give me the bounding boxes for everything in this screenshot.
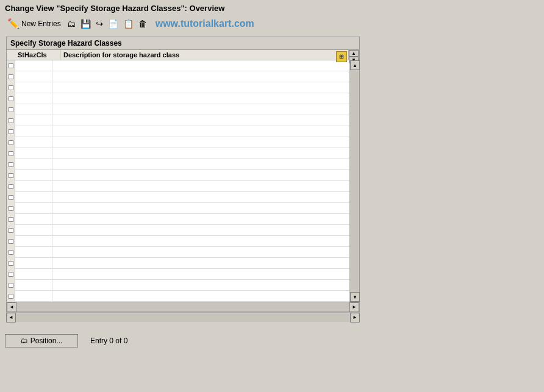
hscroll-track xyxy=(16,303,349,312)
position-button[interactable]: 🗂 Position... xyxy=(5,334,78,347)
cell-description[interactable] xyxy=(52,137,349,148)
table-row xyxy=(7,159,349,170)
cell-sthazc[interactable] xyxy=(15,236,52,247)
cell-description[interactable] xyxy=(52,269,349,280)
row-selector[interactable] xyxy=(7,214,15,225)
vscroll-down-btn[interactable]: ▼ xyxy=(350,292,360,302)
cell-description[interactable] xyxy=(52,192,349,203)
row-selector[interactable] xyxy=(7,137,15,148)
paste-icon: 📋 xyxy=(123,19,134,29)
cell-sthazc[interactable] xyxy=(15,225,52,236)
cell-description[interactable] xyxy=(52,203,349,214)
vscroll-up-btn[interactable]: ▲ xyxy=(350,60,360,70)
row-selector-inner xyxy=(9,261,13,266)
paste-toolbar-button[interactable]: 📋 xyxy=(122,18,135,29)
cell-description[interactable] xyxy=(52,93,349,104)
cell-description[interactable] xyxy=(52,181,349,192)
row-selector[interactable] xyxy=(7,104,15,115)
row-selector[interactable] xyxy=(7,291,15,302)
table-row xyxy=(7,247,349,258)
new-entries-button[interactable]: ✏️ New Entries xyxy=(5,17,63,30)
cell-sthazc[interactable] xyxy=(15,126,52,137)
row-selector[interactable] xyxy=(7,71,15,82)
cell-description[interactable] xyxy=(52,159,349,170)
outer-hscroll-right-btn[interactable]: ► xyxy=(350,313,360,323)
cell-description[interactable] xyxy=(52,291,349,302)
cell-sthazc[interactable] xyxy=(15,214,52,225)
cell-description[interactable] xyxy=(52,71,349,82)
main-content: Specify Storage Hazard Classes StHazCls … xyxy=(0,33,544,328)
table-row xyxy=(7,115,349,126)
cell-description[interactable] xyxy=(52,104,349,115)
cell-description[interactable] xyxy=(52,247,349,258)
outer-hscroll: ◄ ► xyxy=(6,312,360,322)
cell-sthazc[interactable] xyxy=(15,291,52,302)
row-selector[interactable] xyxy=(7,181,15,192)
inner-hscroll: ◄ ► xyxy=(7,302,359,312)
row-selector[interactable] xyxy=(7,170,15,181)
undo-toolbar-button[interactable]: ↩ xyxy=(95,18,104,29)
cell-sthazc[interactable] xyxy=(15,192,52,203)
row-selector[interactable] xyxy=(7,236,15,247)
copy-toolbar-button[interactable]: 📄 xyxy=(107,18,120,29)
cell-sthazc[interactable] xyxy=(15,137,52,148)
hscroll-right-btn[interactable]: ► xyxy=(349,302,359,312)
row-selector[interactable] xyxy=(7,203,15,214)
cell-description[interactable] xyxy=(52,126,349,137)
row-selector[interactable] xyxy=(7,148,15,159)
row-selector[interactable] xyxy=(7,280,15,291)
cell-sthazc[interactable] xyxy=(15,280,52,291)
cell-sthazc[interactable] xyxy=(15,82,52,93)
row-selector[interactable] xyxy=(7,93,15,104)
cell-sthazc[interactable] xyxy=(15,104,52,115)
cell-sthazc[interactable] xyxy=(15,60,52,71)
copy-icon: 📄 xyxy=(108,19,118,29)
cell-sthazc[interactable] xyxy=(15,115,52,126)
scroll-up-button[interactable]: ▲ xyxy=(349,50,359,57)
watermark-text: www.tutorialkart.com xyxy=(156,18,254,29)
cell-description[interactable] xyxy=(52,148,349,159)
row-selector[interactable] xyxy=(7,115,15,126)
save-toolbar-button[interactable]: 💾 xyxy=(79,18,92,29)
row-selector[interactable] xyxy=(7,192,15,203)
row-selector-inner xyxy=(9,195,13,200)
cell-description[interactable] xyxy=(52,280,349,291)
cell-sthazc[interactable] xyxy=(15,148,52,159)
cell-description[interactable] xyxy=(52,258,349,269)
table-row xyxy=(7,181,349,192)
data-area: ▲ ▼ xyxy=(7,60,359,302)
cell-sthazc[interactable] xyxy=(15,159,52,170)
row-selector[interactable] xyxy=(7,159,15,170)
row-selector[interactable] xyxy=(7,269,15,280)
cell-sthazc[interactable] xyxy=(15,181,52,192)
cell-description[interactable] xyxy=(52,170,349,181)
row-selector[interactable] xyxy=(7,60,15,71)
cell-sthazc[interactable] xyxy=(15,269,52,280)
cell-sthazc[interactable] xyxy=(15,203,52,214)
row-selector[interactable] xyxy=(7,258,15,269)
table-row xyxy=(7,82,349,93)
cell-description[interactable] xyxy=(52,60,349,71)
vertical-scrollbar[interactable]: ▲ ▼ xyxy=(349,60,359,302)
details-toolbar-button[interactable]: 🗂 xyxy=(66,18,77,29)
cell-description[interactable] xyxy=(52,82,349,93)
cell-description[interactable] xyxy=(52,214,349,225)
row-selector[interactable] xyxy=(7,225,15,236)
outer-hscroll-left-btn[interactable]: ◄ xyxy=(6,313,16,323)
cell-sthazc[interactable] xyxy=(15,93,52,104)
table-container: Specify Storage Hazard Classes StHazCls … xyxy=(6,37,360,312)
cell-sthazc[interactable] xyxy=(15,170,52,181)
cell-sthazc[interactable] xyxy=(15,247,52,258)
row-selector[interactable] xyxy=(7,82,15,93)
position-icon: 🗂 xyxy=(21,337,28,345)
cell-description[interactable] xyxy=(52,225,349,236)
cell-sthazc[interactable] xyxy=(15,258,52,269)
cell-description[interactable] xyxy=(52,236,349,247)
details-icon: 🗂 xyxy=(67,19,76,29)
delete-toolbar-button[interactable]: 🗑 xyxy=(137,18,148,29)
hscroll-left-btn[interactable]: ◄ xyxy=(7,302,16,312)
cell-sthazc[interactable] xyxy=(15,71,52,82)
row-selector[interactable] xyxy=(7,247,15,258)
row-selector[interactable] xyxy=(7,126,15,137)
cell-description[interactable] xyxy=(52,115,349,126)
